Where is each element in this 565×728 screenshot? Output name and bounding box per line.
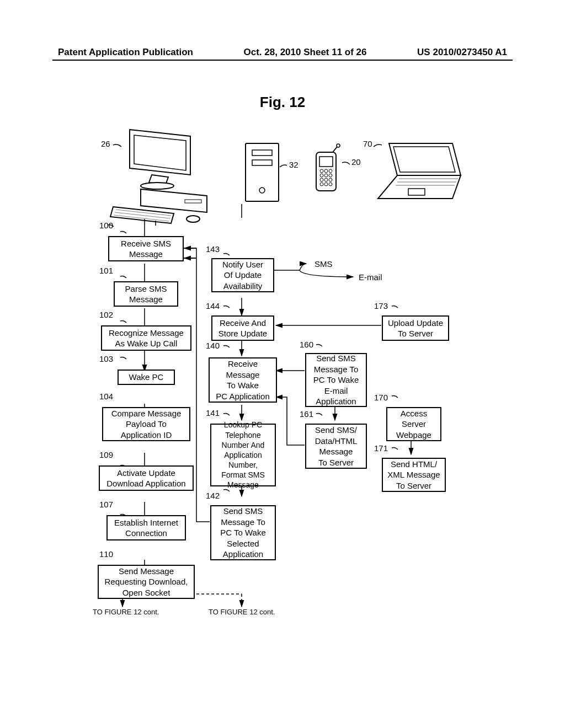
svg-point-18 [320,178,323,181]
ref-143: 143 [206,244,220,254]
box-140: ReceiveMessageTo WakePC Application [209,357,277,403]
ref-140: 140 [206,341,220,350]
ref-142: 142 [206,491,220,500]
svg-point-9 [259,188,265,193]
label-email: E-mail [359,272,382,282]
box-173: Upload UpdateTo Server [382,315,449,341]
ref-32: 32 [289,160,299,169]
box-102: Recognize MessageAs Wake Up Call [101,325,191,351]
box-144: Receive AndStore Update [211,315,274,341]
svg-point-13 [324,169,328,173]
box-109: Activate UpdateDownload Application [99,465,194,491]
svg-rect-29 [408,189,425,195]
diagram-canvas [0,0,565,728]
ref-141: 141 [206,408,220,417]
ref-160: 160 [300,340,313,349]
box-141: Lookup PCTelephoneNumber AndApplication … [210,424,276,486]
mobile-phone-icon [316,144,340,191]
box-143: Notify UserOf UpdateAvailability [211,258,274,292]
desktop-pc-icon [110,130,207,223]
ref-26: 26 [101,139,110,148]
ref-104: 104 [99,392,113,401]
box-161: Send SMS/Data/HTMLMessageTo Server [305,424,367,469]
ref-103: 103 [99,354,113,363]
svg-point-19 [324,178,328,181]
ref-20: 20 [351,157,361,167]
box-142: Send SMSMessage ToPC To WakeSelectedAppl… [210,505,276,560]
ref-173: 173 [374,301,388,311]
ref-171: 171 [374,443,388,453]
svg-rect-8 [252,160,272,165]
svg-rect-7 [252,150,272,156]
box-160: Send SMSMessage ToPC To WakeE-mailApplic… [305,353,367,407]
ref-110: 110 [99,549,113,559]
server-tower-icon [246,143,279,201]
ref-70: 70 [363,139,372,148]
svg-rect-1 [185,200,201,203]
ref-161: 161 [300,409,313,419]
box-103: Wake PC [118,370,175,385]
svg-point-25 [337,144,340,147]
box-107: Establish InternetConnection [106,515,186,540]
footer-continuation-2: TO FIGURE 12 cont. [209,608,275,616]
svg-point-23 [329,183,332,186]
svg-point-15 [320,174,323,177]
box-104: Compare MessagePayload ToApplication ID [102,407,190,441]
label-sms: SMS [315,259,333,269]
ref-107: 107 [99,500,113,509]
svg-point-22 [324,183,328,186]
ref-102: 102 [99,310,113,319]
svg-point-12 [320,169,323,173]
svg-point-14 [329,169,332,173]
laptop-icon [378,143,461,199]
box-171: Send HTML/XML MessageTo Server [382,458,446,492]
svg-point-17 [329,174,332,177]
ref-100: 100 [99,221,113,230]
ref-101: 101 [99,266,113,275]
ref-144: 144 [206,301,220,311]
box-101: Parse SMSMessage [114,281,178,307]
svg-point-16 [324,174,328,177]
svg-point-21 [320,183,323,186]
ref-170: 170 [374,393,388,402]
svg-rect-11 [319,157,333,167]
box-110: Send MessageRequesting Download,Open Soc… [98,565,195,599]
box-100: Receive SMSMessage [108,236,184,261]
footer-continuation-1: TO FIGURE 12 cont. [93,608,159,616]
svg-point-5 [186,216,200,222]
svg-line-24 [333,147,337,152]
svg-point-20 [329,178,332,181]
box-170: AccessServerWebpage [386,407,441,441]
svg-point-0 [141,183,174,189]
ref-109: 109 [99,450,113,459]
